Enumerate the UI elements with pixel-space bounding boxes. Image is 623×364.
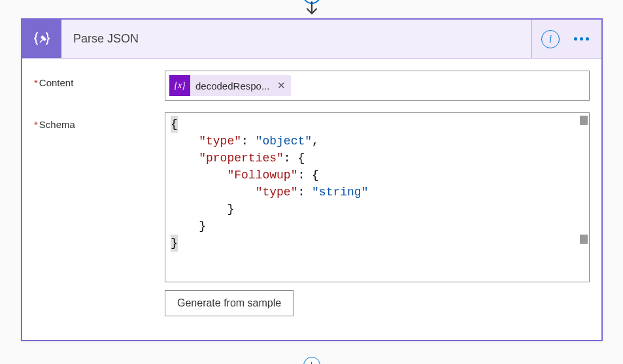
code-brace: } xyxy=(171,235,178,252)
parse-json-icon xyxy=(22,20,61,58)
token-remove-button[interactable]: ✕ xyxy=(277,80,286,91)
content-label: *Content xyxy=(34,71,165,88)
action-title[interactable]: Parse JSON xyxy=(61,20,531,58)
scrollbar-thumb[interactable] xyxy=(580,235,588,244)
content-label-text: Content xyxy=(39,77,74,88)
code-brace: } xyxy=(227,203,234,216)
dynamic-content-token[interactable]: {x} decodedRespo... ✕ xyxy=(169,75,291,96)
variable-icon: {x} xyxy=(169,75,190,96)
required-indicator: * xyxy=(34,119,38,130)
card-header[interactable]: Parse JSON i xyxy=(22,20,601,59)
content-input[interactable]: {x} decodedRespo... ✕ xyxy=(165,71,590,101)
code-value: "string" xyxy=(312,186,368,199)
required-indicator: * xyxy=(34,77,38,88)
code-value: "object" xyxy=(256,135,312,148)
schema-field: { "type": "object", "properties": { "Fol… xyxy=(165,112,590,316)
header-actions: i xyxy=(531,20,601,58)
code-brace: } xyxy=(199,220,206,233)
token-label: decodedRespo... xyxy=(195,80,269,91)
schema-label-text: Schema xyxy=(39,119,75,130)
content-field: {x} decodedRespo... ✕ xyxy=(165,71,590,101)
card-body: *Content {x} decodedRespo... ✕ *Schema {… xyxy=(22,59,601,340)
code-brace: { xyxy=(171,116,178,133)
generate-from-sample-button[interactable]: Generate from sample xyxy=(165,290,294,316)
schema-code-editor[interactable]: { "type": "object", "properties": { "Fol… xyxy=(165,112,590,282)
schema-row: *Schema { "type": "object", "properties"… xyxy=(34,112,590,316)
info-button[interactable]: i xyxy=(541,30,560,48)
code-key: "type" xyxy=(199,135,241,148)
code-key: "properties" xyxy=(199,152,284,165)
code-key: "type" xyxy=(256,186,298,199)
add-step-button[interactable]: + xyxy=(303,357,320,364)
scrollbar-thumb[interactable] xyxy=(580,116,588,125)
connector-arrow-icon xyxy=(302,0,322,16)
more-options-button[interactable] xyxy=(571,32,592,46)
content-row: *Content {x} decodedRespo... ✕ xyxy=(34,71,590,101)
parse-json-action-card: Parse JSON i *Content {x} decodedRespo..… xyxy=(21,18,603,341)
schema-label: *Schema xyxy=(34,112,165,130)
code-key: "Followup" xyxy=(227,169,297,182)
